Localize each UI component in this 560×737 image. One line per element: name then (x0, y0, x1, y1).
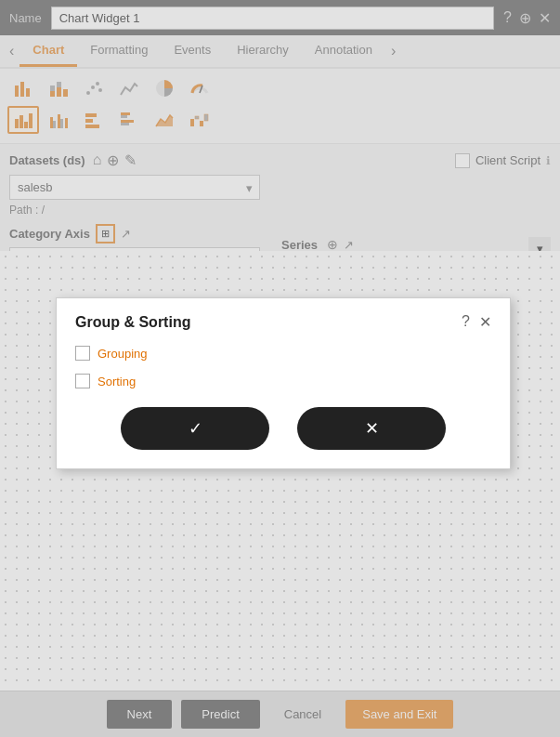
modal-help-icon[interactable]: ? (462, 313, 470, 331)
group-sorting-modal: Group & Sorting ? ✕ Grouping Sorting ✓ ✕ (56, 297, 511, 469)
sorting-checkbox-row: Sorting (75, 374, 491, 388)
modal-cancel-button[interactable]: ✕ (297, 407, 446, 450)
modal-header-icons: ? ✕ (462, 313, 491, 331)
modal-close-icon[interactable]: ✕ (479, 313, 491, 331)
sorting-checkbox[interactable] (75, 374, 90, 388)
grouping-label[interactable]: Grouping (98, 347, 147, 361)
modal-buttons: ✓ ✕ (75, 407, 491, 450)
modal-confirm-icon: ✓ (189, 418, 202, 439)
modal-overlay: Group & Sorting ? ✕ Grouping Sorting ✓ ✕ (0, 0, 560, 737)
modal-cancel-icon: ✕ (365, 418, 379, 439)
grouping-checkbox[interactable] (75, 346, 90, 361)
modal-title: Group & Sorting (75, 314, 190, 331)
modal-header: Group & Sorting ? ✕ (75, 313, 491, 331)
grouping-checkbox-row: Grouping (75, 346, 491, 361)
modal-confirm-button[interactable]: ✓ (121, 407, 269, 450)
sorting-label[interactable]: Sorting (98, 375, 136, 388)
